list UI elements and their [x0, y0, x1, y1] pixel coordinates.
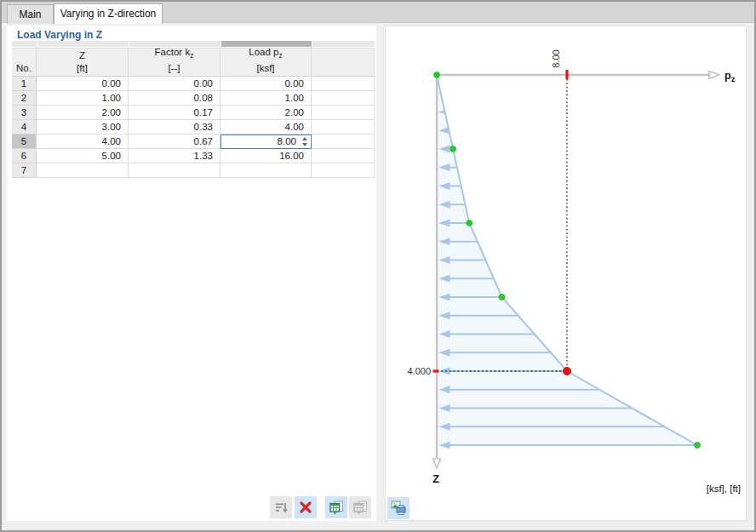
delete-row-icon — [299, 501, 312, 514]
load-table: No. Z [ft] Factor kz [--] Load pz [ksf] … — [12, 41, 375, 178]
value-spinner — [300, 135, 309, 148]
header-z: Z [ft] — [37, 48, 129, 77]
panel-title: Load Varying in Z — [17, 29, 102, 41]
spin-down-icon[interactable] — [302, 143, 307, 146]
dialog-window: Main Varying in Z-direction Load Varying… — [0, 0, 756, 532]
delete-row-button[interactable] — [295, 496, 317, 518]
cell-extra[interactable] — [312, 120, 375, 134]
cell-extra[interactable] — [312, 77, 375, 91]
cell-pz[interactable]: 0.00 — [220, 77, 312, 91]
svg-text:8.00: 8.00 — [551, 49, 561, 67]
row-number-active[interactable]: 5 — [12, 134, 37, 149]
row-number[interactable]: 2 — [12, 91, 37, 106]
table-row-1: 1 0.00 0.00 0.00 — [12, 77, 375, 91]
row-number[interactable]: 4 — [12, 120, 37, 134]
table-row-6: 6 5.00 1.33 16.00 — [12, 149, 375, 163]
cell-z[interactable]: 1.00 — [37, 91, 129, 106]
col-strip-no[interactable] — [12, 41, 37, 47]
cell-extra[interactable] — [312, 149, 375, 163]
cell-z[interactable] — [37, 163, 129, 178]
print-graphic-button[interactable] — [387, 497, 410, 519]
cell-extra[interactable] — [312, 134, 375, 149]
cell-z[interactable]: 5.00 — [37, 149, 129, 163]
cell-z[interactable]: 0.00 — [37, 77, 129, 91]
header-load-pz: Load pz [ksf] — [220, 48, 312, 77]
cell-kz[interactable]: 0.33 — [129, 120, 220, 134]
export-excel-icon — [329, 501, 344, 515]
table-row-4: 4 3.00 0.33 4.00 — [12, 120, 375, 134]
row-number[interactable]: 7 — [12, 163, 37, 178]
load-diagram-panel: pzZ8.004.000[ksf], [ft] — [385, 26, 747, 521]
svg-text:[ksf], [ft]: [ksf], [ft] — [707, 483, 741, 494]
cell-extra[interactable] — [312, 163, 375, 178]
sort-rows-icon — [274, 501, 289, 515]
table-row-2: 2 1.00 0.08 1.00 — [12, 91, 375, 106]
import-excel-icon — [353, 501, 368, 515]
cell-pz[interactable] — [220, 163, 312, 178]
row-number[interactable]: 3 — [12, 106, 37, 120]
svg-text:pz: pz — [724, 70, 736, 83]
load-diagram: pzZ8.004.000[ksf], [ft] — [386, 26, 746, 520]
table-row-3: 3 2.00 0.17 2.00 — [12, 106, 375, 120]
spin-up-icon[interactable] — [302, 137, 307, 140]
cell-kz[interactable]: 1.33 — [129, 149, 220, 163]
cell-extra[interactable] — [312, 106, 375, 120]
svg-text:Z: Z — [432, 473, 439, 485]
svg-text:4.000: 4.000 — [407, 366, 431, 376]
active-cell-value[interactable]: 8.00 — [221, 135, 300, 148]
tab-varying-in-z[interactable]: Varying in Z-direction — [54, 3, 163, 24]
header-no: No. — [12, 48, 37, 77]
cell-kz[interactable]: 0.08 — [129, 91, 220, 106]
cell-z[interactable]: 4.00 — [37, 134, 129, 149]
cell-kz[interactable]: 0.67 — [129, 134, 220, 149]
tab-main[interactable]: Main — [7, 4, 54, 24]
header-factor-kz: Factor kz [--] — [129, 48, 220, 77]
col-strip-z[interactable] — [37, 41, 129, 47]
tab-bar: Main Varying in Z-direction — [2, 2, 754, 23]
table-row-7: 7 — [12, 163, 375, 178]
row-number[interactable]: 1 — [12, 77, 37, 91]
cell-kz[interactable] — [129, 163, 220, 178]
header-extra — [312, 48, 375, 77]
cell-pz[interactable]: 1.00 — [220, 91, 312, 106]
cell-pz-active[interactable]: 8.00 — [220, 134, 312, 149]
cell-z[interactable]: 3.00 — [37, 120, 129, 134]
cell-pz[interactable]: 4.00 — [220, 120, 312, 134]
cell-z[interactable]: 2.00 — [37, 106, 129, 120]
print-graphic-icon — [391, 501, 406, 516]
cell-pz[interactable]: 16.00 — [220, 149, 312, 163]
table-header: No. Z [ft] Factor kz [--] Load pz [ksf] — [12, 48, 375, 77]
sort-rows-button[interactable] — [270, 496, 292, 518]
cell-extra[interactable] — [312, 91, 375, 106]
export-excel-button[interactable] — [325, 496, 347, 518]
col-strip-extra[interactable] — [312, 41, 375, 47]
load-definition-panel: Load Varying in Z No. Z [ft] Factor kz [… — [7, 26, 376, 521]
row-number[interactable]: 6 — [12, 149, 37, 163]
column-select-strip — [12, 41, 375, 47]
import-excel-button[interactable] — [349, 496, 371, 518]
table-row-5: 5 4.00 0.67 8.00 — [12, 134, 375, 149]
cell-kz[interactable]: 0.17 — [129, 106, 220, 120]
cell-pz[interactable]: 2.00 — [220, 106, 312, 120]
cell-kz[interactable]: 0.00 — [129, 77, 220, 91]
